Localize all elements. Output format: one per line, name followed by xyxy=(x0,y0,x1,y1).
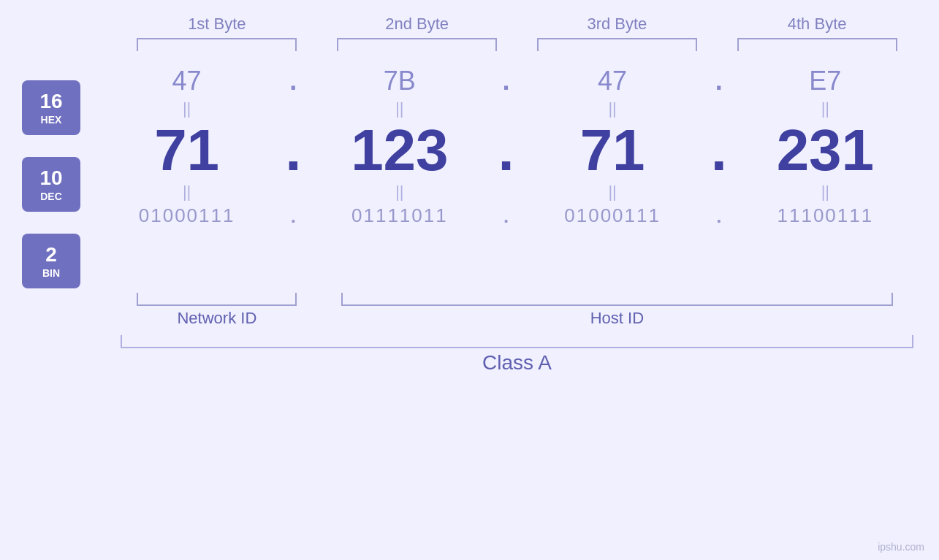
equal-2: || xyxy=(308,99,491,118)
bracket-top-2 xyxy=(337,38,497,51)
byte-col-4: 4th Byte xyxy=(717,15,917,51)
equal-8: || xyxy=(734,183,917,202)
equal-4: || xyxy=(734,99,917,118)
network-id-section: Network ID xyxy=(117,293,317,328)
dec-val-2: 123 xyxy=(308,121,491,180)
host-id-label: Host ID xyxy=(590,309,644,328)
main-content: 16 HEX 10 DEC 2 BIN 47 . 7B . 47 . E7 xyxy=(22,58,917,288)
bin-val-2: 01111011 xyxy=(308,204,491,227)
byte-col-3: 3rd Byte xyxy=(517,15,718,51)
network-id-label: Network ID xyxy=(177,309,256,328)
hex-val-4: E7 xyxy=(734,66,917,96)
hex-badge: 16 HEX xyxy=(22,80,80,135)
dot-hex-3: . xyxy=(704,68,734,94)
network-bracket xyxy=(137,293,297,306)
dec-val-1: 71 xyxy=(95,121,278,180)
hex-val-1: 47 xyxy=(95,66,278,96)
bracket-top-1 xyxy=(137,38,297,51)
byte-col-2: 2nd Byte xyxy=(317,15,517,51)
host-bracket xyxy=(341,293,894,306)
base-labels: 16 HEX 10 DEC 2 BIN xyxy=(22,80,80,288)
class-bracket xyxy=(121,335,913,348)
equal-3: || xyxy=(521,99,704,118)
class-row: Class A xyxy=(22,335,917,375)
bin-val-4: 11100111 xyxy=(734,204,917,227)
equal-5: || xyxy=(95,183,278,202)
bracket-top-4 xyxy=(737,38,897,51)
dot-hex-2: . xyxy=(492,68,521,94)
bottom-labels: Network ID Host ID xyxy=(22,293,917,328)
bin-val-1: 01000111 xyxy=(95,204,278,227)
byte-header-4: 4th Byte xyxy=(788,15,847,34)
byte-header-1: 1st Byte xyxy=(188,15,246,34)
host-id-section: Host ID xyxy=(317,293,917,328)
hex-val-2: 7B xyxy=(308,66,491,96)
dot-bin-3: . xyxy=(704,207,734,226)
byte-header-2: 2nd Byte xyxy=(385,15,449,34)
class-label: Class A xyxy=(482,351,552,375)
data-rows: 47 . 7B . 47 . E7 || || || || 71 xyxy=(95,58,917,227)
byte-headers: 1st Byte 2nd Byte 3rd Byte 4th Byte xyxy=(22,15,917,51)
bin-row: 01000111 . 01111011 . 01000111 . 1110011… xyxy=(95,204,917,227)
watermark: ipshu.com xyxy=(878,541,924,553)
dot-bin-2: . xyxy=(492,207,521,226)
bracket-top-3 xyxy=(537,38,697,51)
dec-val-4: 231 xyxy=(734,121,917,180)
hex-row: 47 . 7B . 47 . E7 xyxy=(95,66,917,96)
equal-1: || xyxy=(95,99,278,118)
bin-badge: 2 BIN xyxy=(22,234,80,288)
byte-col-1: 1st Byte xyxy=(117,15,317,51)
hex-val-3: 47 xyxy=(521,66,704,96)
dec-val-3: 71 xyxy=(521,121,704,180)
dot-dec-2: . xyxy=(492,121,521,180)
dot-hex-1: . xyxy=(278,68,308,94)
equal-6: || xyxy=(308,183,491,202)
byte-header-3: 3rd Byte xyxy=(587,15,647,34)
equal-7: || xyxy=(521,183,704,202)
equal-signs-2: || || || || xyxy=(95,180,917,204)
dot-dec-3: . xyxy=(704,121,734,180)
dot-bin-1: . xyxy=(278,207,308,226)
main-container: 1st Byte 2nd Byte 3rd Byte 4th Byte 16 H… xyxy=(0,0,939,560)
dec-badge: 10 DEC xyxy=(22,157,80,212)
bin-val-3: 01000111 xyxy=(521,204,704,227)
dot-dec-1: . xyxy=(278,121,308,180)
dec-row: 71 . 123 . 71 . 231 xyxy=(95,121,917,180)
